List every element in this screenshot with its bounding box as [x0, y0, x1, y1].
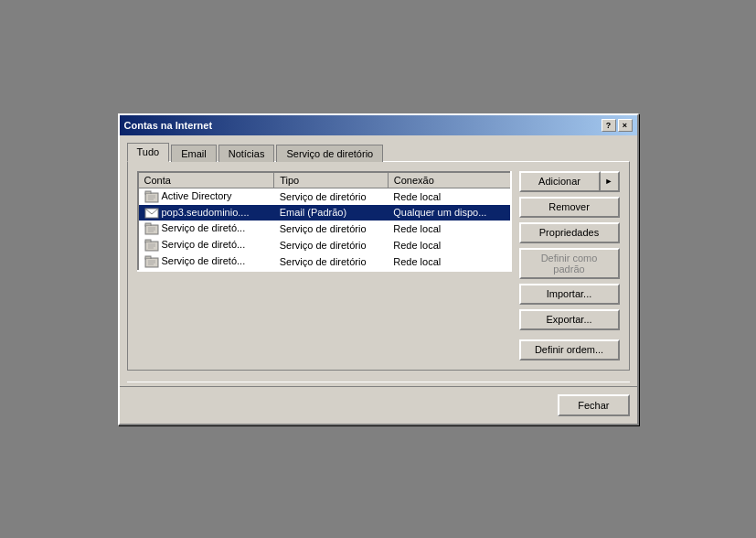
propriedades-button[interactable]: Propriedades: [519, 222, 620, 243]
title-bar: Contas na Internet ? ×: [120, 115, 637, 135]
help-button[interactable]: ?: [602, 119, 616, 132]
buttons-section: Adicionar ► Remover Propriedades Definir…: [519, 171, 620, 360]
main-window: Contas na Internet ? × Tudo Email Notíci…: [118, 113, 639, 425]
svg-rect-20: [145, 256, 151, 259]
svg-rect-1: [145, 191, 151, 194]
window-body: Tudo Email Notícias Serviço de diretório…: [120, 135, 637, 378]
svg-rect-8: [145, 223, 151, 226]
cell-tipo: Serviço de diretório: [274, 221, 389, 237]
cell-conta: pop3.seudominio....: [138, 205, 274, 221]
tab-servico[interactable]: Serviço de diretório: [276, 145, 383, 162]
adicionar-arrow-button[interactable]: ►: [601, 171, 620, 192]
main-content: Conta Tipo Conexão Active DirectoryServi…: [127, 161, 630, 371]
exportar-button[interactable]: Exportar...: [519, 309, 620, 330]
tabs-container: Tudo Email Notícias Serviço de diretório: [127, 143, 630, 162]
window-title: Contas na Internet: [124, 120, 213, 131]
table-row[interactable]: Active DirectoryServiço de diretórioRede…: [138, 188, 511, 205]
col-tipo: Tipo: [274, 172, 389, 188]
cell-tipo: Serviço de diretório: [274, 188, 389, 205]
fechar-button[interactable]: Fechar: [558, 394, 629, 416]
cell-conta: Active Directory: [138, 188, 274, 205]
cell-conexao: Rede local: [388, 253, 510, 271]
table-row[interactable]: pop3.seudominio....Email (Padrão)Qualque…: [138, 205, 511, 221]
cell-conta: Serviço de diretó...: [138, 253, 274, 271]
table-row[interactable]: Serviço de diretó...Serviço de diretório…: [138, 253, 511, 271]
cell-conexao: Rede local: [388, 221, 510, 237]
adicionar-button[interactable]: Adicionar: [519, 171, 601, 192]
close-button[interactable]: ×: [618, 119, 633, 132]
cell-conexao: Qualquer um dispo...: [388, 205, 510, 221]
cell-tipo: Serviço de diretório: [274, 253, 389, 271]
cell-tipo: Serviço de diretório: [274, 237, 389, 253]
remover-button[interactable]: Remover: [519, 197, 620, 218]
tab-email[interactable]: Email: [171, 145, 217, 162]
cell-conta: Serviço de diretó...: [138, 221, 274, 237]
table-row[interactable]: Serviço de diretó...Serviço de diretório…: [138, 221, 511, 237]
definir-ordem-button[interactable]: Definir ordem...: [519, 339, 620, 360]
table-section: Conta Tipo Conexão Active DirectoryServi…: [137, 171, 512, 360]
importar-button[interactable]: Importar...: [519, 284, 620, 305]
col-conexao: Conexão: [388, 172, 510, 188]
cell-conexao: Rede local: [388, 237, 510, 253]
cell-conta: Serviço de diretó...: [138, 237, 274, 253]
separator: [127, 382, 630, 382]
table-row[interactable]: Serviço de diretó...Serviço de diretório…: [138, 237, 511, 253]
adicionar-row: Adicionar ►: [519, 171, 620, 192]
title-bar-buttons: ? ×: [602, 119, 633, 132]
cell-conexao: Rede local: [388, 188, 510, 205]
definir-padrao-button[interactable]: Definir como padrão: [519, 248, 620, 279]
accounts-table: Conta Tipo Conexão Active DirectoryServi…: [137, 171, 512, 272]
cell-tipo: Email (Padrão): [274, 205, 389, 221]
tab-noticias[interactable]: Notícias: [218, 145, 275, 162]
col-conta: Conta: [138, 172, 274, 188]
tab-tudo[interactable]: Tudo: [127, 143, 170, 162]
svg-rect-14: [145, 240, 151, 242]
bottom-section: Fechar: [120, 386, 637, 424]
